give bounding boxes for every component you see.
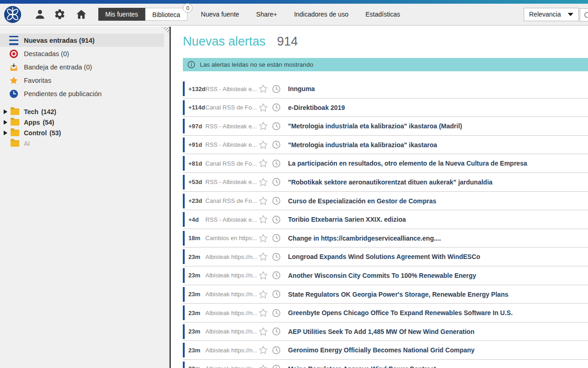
snooze-clock-icon[interactable]: [272, 253, 281, 261]
alert-row[interactable]: 23m Albisteak https://n... AEP Utilities…: [183, 322, 588, 341]
alert-source: RSS - Albisteak e...: [205, 86, 257, 92]
snooze-clock-icon[interactable]: [272, 327, 281, 336]
favorite-star-icon[interactable]: [258, 233, 268, 243]
alert-row[interactable]: +81d Canal RSS de Fo... La participación…: [183, 154, 588, 173]
folder-row[interactable]: Tech (142): [0, 106, 169, 117]
alert-title[interactable]: Longroad Expands Wind Solutions Agreemen…: [288, 253, 480, 260]
alert-row[interactable]: 23m Albisteak https://n... Another Wisco…: [183, 266, 588, 285]
alert-title[interactable]: Innguma: [288, 85, 315, 92]
home-icon[interactable]: [75, 8, 87, 20]
favorite-star-icon[interactable]: [258, 270, 268, 281]
sidebar-item-nuevas-entradas[interactable]: Nuevas entradas (914): [0, 34, 164, 47]
alert-row[interactable]: 23m Albisteak https://n... Greenbyte Ope…: [183, 304, 588, 322]
alert-title[interactable]: Maine Regulators Approve Wind Power Cont…: [288, 365, 436, 368]
alert-title[interactable]: Change in https://cambridgeserviceallian…: [288, 235, 441, 242]
app-logo-icon[interactable]: [4, 6, 21, 23]
sidebar-item-favoritas[interactable]: Favoritas: [0, 74, 164, 87]
alert-title[interactable]: "Metrologia industriala eta kalibrazioa"…: [288, 122, 462, 130]
favorite-star-icon[interactable]: [258, 177, 268, 187]
alert-row[interactable]: +4d RSS - Albisteak e... Toribio Etxebar…: [183, 210, 588, 229]
sidebar-item-pendientes-de-publicacion[interactable]: Pendientes de publicación: [0, 87, 164, 100]
alert-title[interactable]: "Robotikak sektore aeronautikorentzat di…: [288, 178, 492, 186]
folder-row[interactable]: AI: [0, 138, 169, 149]
snooze-clock-icon[interactable]: [272, 364, 281, 368]
alert-source: Albisteak https://n...: [205, 347, 257, 354]
alert-title[interactable]: Geronimo Energy Officially Becomes Natio…: [288, 346, 475, 354]
favorite-star-icon[interactable]: [258, 308, 268, 318]
alert-time: +91d: [188, 141, 205, 148]
snooze-clock-icon[interactable]: [272, 309, 281, 317]
user-icon[interactable]: [34, 8, 46, 20]
menu-indicadores-de-uso[interactable]: Indicadores de uso: [294, 11, 348, 18]
menu-nueva-fuente[interactable]: Nueva fuente: [201, 11, 239, 18]
tab-mis-fuentes[interactable]: Mis fuentes: [98, 8, 145, 21]
alert-row[interactable]: +53d RSS - Albisteak e... "Robotikak sek…: [183, 173, 588, 192]
sidebar-item-bandeja-de-entrada[interactable]: Bandeja de entrada (0): [0, 60, 164, 74]
expand-arrow-icon[interactable]: [4, 120, 7, 125]
alert-row[interactable]: +91d RSS - Albisteak e... "Metrologia in…: [183, 136, 588, 155]
alert-title[interactable]: Curso de Especialización en Gestor de Co…: [288, 197, 436, 205]
snooze-clock-icon[interactable]: [272, 103, 281, 112]
alert-source: RSS - Albisteak e...: [205, 123, 257, 130]
favorite-star-icon[interactable]: [258, 140, 268, 150]
snooze-clock-icon[interactable]: [272, 140, 281, 149]
alert-title[interactable]: La participación en resultados, otro ele…: [288, 160, 527, 167]
alert-row[interactable]: +132d RSS - Albisteak e... Innguma: [183, 80, 588, 98]
alert-title[interactable]: Greenbyte Opens Chicago Office To Expand…: [288, 309, 513, 316]
alert-source: Albisteak https://n...: [205, 253, 257, 260]
inbox-icon: [9, 63, 18, 72]
alert-row[interactable]: 18m Cambios en https:... Change in https…: [183, 229, 588, 248]
favorite-star-icon[interactable]: [258, 214, 268, 224]
folder-row[interactable]: Control (53): [0, 127, 169, 138]
snooze-clock-icon[interactable]: [272, 346, 281, 355]
alert-title[interactable]: e-Direktiboak 2019: [288, 104, 345, 111]
snooze-clock-icon[interactable]: [272, 178, 281, 186]
favorite-star-icon[interactable]: [258, 158, 268, 168]
alert-row[interactable]: +23d Canal RSS de Fo... Curso de Especia…: [183, 192, 588, 211]
expand-arrow-icon[interactable]: [4, 131, 7, 135]
favorite-star-icon[interactable]: [258, 103, 268, 113]
alert-row[interactable]: 23m Albisteak https://n... Maine Regulat…: [183, 360, 588, 368]
snooze-clock-icon[interactable]: [272, 234, 281, 242]
alert-row[interactable]: 23m Albisteak https://n... Geronimo Ener…: [183, 341, 588, 360]
settings-gear-icon[interactable]: [54, 8, 66, 20]
favorite-star-icon[interactable]: [258, 121, 268, 131]
tab-biblioteca-label: Biblioteca: [153, 11, 181, 18]
search-button[interactable]: [580, 8, 588, 22]
favorite-star-icon[interactable]: [258, 196, 268, 206]
favorite-star-icon[interactable]: [258, 252, 268, 262]
snooze-clock-icon[interactable]: [272, 85, 281, 93]
favorite-star-icon[interactable]: [258, 364, 268, 368]
alert-time: 23m: [188, 347, 205, 354]
alert-time: 23m: [188, 272, 205, 279]
sidebar-item-destacadas[interactable]: Destacadas (0): [0, 47, 164, 60]
alert-title[interactable]: "Metrologia industriala eta kalibrazioa"…: [288, 141, 437, 149]
sort-relevance-dropdown[interactable]: Relevancia: [524, 8, 579, 21]
snooze-clock-icon[interactable]: [272, 215, 281, 224]
tab-biblioteca[interactable]: Biblioteca 0: [145, 8, 188, 21]
favorite-star-icon[interactable]: [258, 327, 268, 337]
snooze-clock-icon[interactable]: [272, 159, 281, 168]
alert-title[interactable]: Another Wisconsin City Commits To 100% R…: [288, 272, 476, 279]
alert-title[interactable]: State Regulators OK Georgia Power's Stor…: [288, 291, 508, 298]
folder-row[interactable]: Apps (54): [0, 117, 169, 127]
alert-title[interactable]: AEP Utilities Seek To Add 1,485 MW Of Ne…: [288, 328, 475, 335]
alert-row[interactable]: +97d RSS - Albisteak e... "Metrologia in…: [183, 117, 588, 136]
alert-row[interactable]: 23m Albisteak https://n... State Regulat…: [183, 285, 588, 304]
alert-row[interactable]: +114d Canal RSS de Fo... e-Direktiboak 2…: [183, 98, 588, 117]
snooze-clock-icon[interactable]: [272, 196, 281, 205]
bullseye-icon: [9, 49, 18, 58]
alert-source: RSS - Albisteak e...: [205, 141, 257, 148]
clock-icon: [9, 89, 18, 98]
snooze-clock-icon[interactable]: [272, 122, 281, 131]
alert-row[interactable]: 23m Albisteak https://n... Longroad Expa…: [183, 247, 588, 266]
menu-share[interactable]: Share+: [256, 11, 277, 18]
alert-title[interactable]: Toribio Etxebarria Sarien XXIX. edizioa: [288, 216, 406, 223]
expand-arrow-icon[interactable]: [4, 109, 7, 114]
snooze-clock-icon[interactable]: [272, 271, 281, 280]
favorite-star-icon[interactable]: [258, 84, 268, 94]
snooze-clock-icon[interactable]: [272, 290, 281, 299]
favorite-star-icon[interactable]: [258, 345, 268, 355]
favorite-star-icon[interactable]: [258, 289, 268, 299]
menu-estadisticas[interactable]: Estadísticas: [365, 11, 400, 18]
